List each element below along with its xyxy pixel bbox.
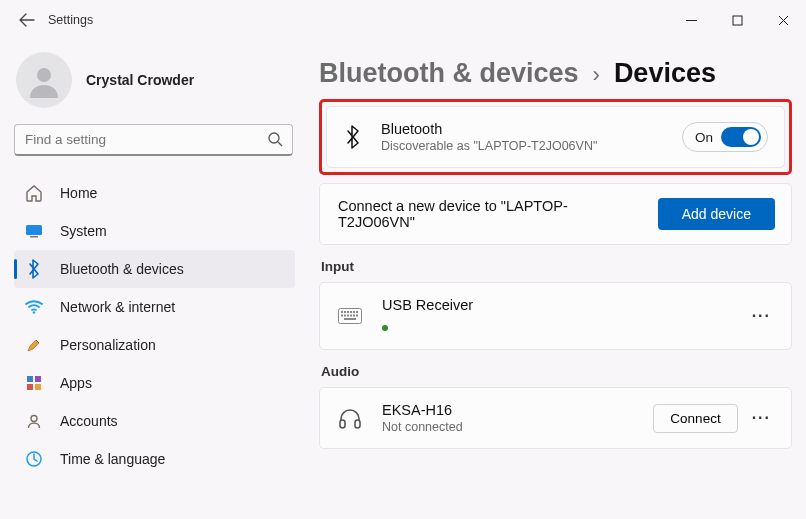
search-input[interactable] (14, 124, 293, 156)
svg-rect-27 (340, 420, 345, 428)
profile[interactable]: Crystal Crowder (14, 44, 295, 116)
nav-label: Time & language (60, 451, 165, 467)
minimize-button[interactable] (668, 0, 714, 40)
sidebar: Crystal Crowder Home System Bluetooth & … (0, 40, 305, 519)
svg-rect-22 (347, 315, 349, 317)
svg-point-11 (31, 416, 37, 422)
breadcrumb-current: Devices (614, 58, 716, 89)
svg-point-6 (33, 311, 35, 313)
bluetooth-card: Bluetooth Discoverable as "LAPTOP-T2JO06… (326, 106, 785, 168)
nav-label: Home (60, 185, 97, 201)
svg-rect-24 (353, 315, 355, 317)
close-button[interactable] (760, 0, 806, 40)
toggle-switch-on (721, 127, 761, 147)
window-controls (668, 0, 806, 40)
svg-rect-15 (344, 311, 346, 313)
svg-rect-7 (27, 376, 33, 382)
bluetooth-title: Bluetooth (381, 121, 597, 137)
connect-button[interactable]: Connect (653, 404, 737, 433)
svg-point-2 (269, 133, 279, 143)
nav-time-language[interactable]: Time & language (14, 440, 295, 478)
search-icon (267, 131, 283, 147)
avatar (16, 52, 72, 108)
wifi-icon (24, 297, 44, 317)
nav-label: System (60, 223, 107, 239)
clock-globe-icon (24, 449, 44, 469)
user-name: Crystal Crowder (86, 72, 194, 88)
nav-apps[interactable]: Apps (14, 364, 295, 402)
back-button[interactable] (8, 0, 46, 40)
home-icon (24, 183, 44, 203)
nav-label: Network & internet (60, 299, 175, 315)
nav-label: Personalization (60, 337, 156, 353)
section-input: Input (321, 259, 792, 274)
svg-rect-17 (350, 311, 352, 313)
bluetooth-icon (24, 259, 44, 279)
maximize-button[interactable] (714, 0, 760, 40)
nav-home[interactable]: Home (14, 174, 295, 212)
nav-label: Bluetooth & devices (60, 261, 184, 277)
bluetooth-card-highlight: Bluetooth Discoverable as "LAPTOP-T2JO06… (319, 99, 792, 175)
bluetooth-toggle[interactable]: On (682, 122, 768, 152)
svg-rect-19 (356, 311, 358, 313)
nav-personalization[interactable]: Personalization (14, 326, 295, 364)
nav-system[interactable]: System (14, 212, 295, 250)
apps-icon (24, 373, 44, 393)
svg-rect-5 (30, 236, 38, 238)
chevron-right-icon: › (593, 62, 600, 88)
svg-rect-0 (733, 16, 742, 25)
nav-accounts[interactable]: Accounts (14, 402, 295, 440)
accounts-icon (24, 411, 44, 431)
svg-rect-3 (26, 225, 42, 235)
more-button[interactable]: ··· (748, 409, 775, 427)
person-icon (26, 62, 62, 98)
device-name: EKSA-H16 (382, 402, 463, 418)
bluetooth-icon (345, 125, 361, 149)
nav-network[interactable]: Network & internet (14, 288, 295, 326)
svg-rect-23 (350, 315, 352, 317)
audio-device-card[interactable]: EKSA-H16 Not connected Connect ··· (319, 387, 792, 449)
bluetooth-text: Bluetooth Discoverable as "LAPTOP-T2JO06… (381, 121, 597, 153)
svg-rect-9 (27, 384, 33, 390)
keyboard-icon (338, 308, 362, 324)
input-device-card[interactable]: USB Receiver ··· (319, 282, 792, 350)
toggle-label: On (695, 130, 713, 145)
add-device-text: Connect a new device to "LAPTOP-T2JO06VN… (338, 198, 568, 230)
nav-bluetooth-devices[interactable]: Bluetooth & devices (14, 250, 295, 288)
svg-rect-10 (35, 384, 41, 390)
headphones-icon (338, 407, 362, 429)
svg-rect-20 (341, 315, 343, 317)
main-pane: Bluetooth & devices › Devices Bluetooth … (305, 40, 806, 519)
section-audio: Audio (321, 364, 792, 379)
nav-list: Home System Bluetooth & devices Network … (14, 174, 295, 478)
add-device-card: Connect a new device to "LAPTOP-T2JO06VN… (319, 183, 792, 245)
svg-rect-25 (356, 315, 358, 317)
minimize-icon (686, 15, 697, 26)
device-text: EKSA-H16 Not connected (382, 402, 463, 434)
window-title: Settings (48, 13, 93, 27)
svg-rect-14 (341, 311, 343, 313)
svg-rect-28 (355, 420, 360, 428)
svg-rect-26 (344, 318, 356, 320)
paintbrush-icon (24, 335, 44, 355)
device-status: Not connected (382, 420, 463, 434)
titlebar: Settings (0, 0, 806, 40)
maximize-icon (732, 15, 743, 26)
system-icon (24, 221, 44, 241)
svg-rect-16 (347, 311, 349, 313)
search-box[interactable] (14, 124, 293, 156)
device-name: USB Receiver (382, 297, 473, 313)
device-text: USB Receiver (382, 297, 473, 335)
svg-rect-8 (35, 376, 41, 382)
nav-label: Accounts (60, 413, 118, 429)
status-dot-connected (382, 325, 388, 331)
bluetooth-subtitle: Discoverable as "LAPTOP-T2JO06VN" (381, 139, 597, 153)
add-device-button[interactable]: Add device (658, 198, 775, 230)
breadcrumb: Bluetooth & devices › Devices (319, 58, 792, 89)
svg-rect-21 (344, 315, 346, 317)
nav-label: Apps (60, 375, 92, 391)
close-icon (778, 15, 789, 26)
svg-point-1 (37, 68, 51, 82)
more-button[interactable]: ··· (748, 307, 775, 325)
breadcrumb-parent[interactable]: Bluetooth & devices (319, 58, 579, 89)
